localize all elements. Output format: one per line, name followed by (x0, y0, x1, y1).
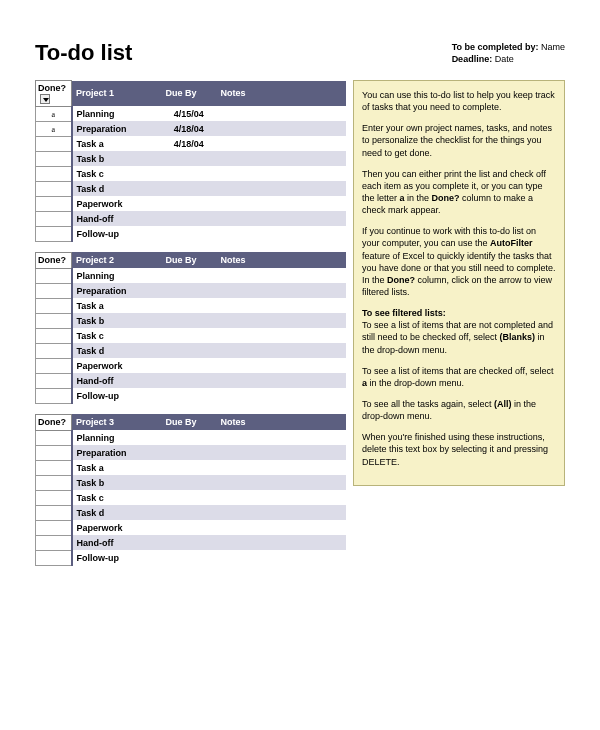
notes-cell[interactable] (217, 313, 347, 328)
done-cell[interactable] (36, 358, 72, 373)
notes-cell[interactable] (217, 166, 347, 181)
due-cell[interactable] (162, 475, 217, 490)
due-cell[interactable] (162, 211, 217, 226)
notes-cell[interactable] (217, 373, 347, 388)
due-cell[interactable] (162, 313, 217, 328)
notes-cell[interactable] (217, 460, 347, 475)
done-cell[interactable] (36, 520, 72, 535)
notes-cell[interactable] (217, 430, 347, 445)
due-cell[interactable] (162, 550, 217, 565)
task-cell[interactable]: Task d (72, 505, 162, 520)
notes-cell[interactable] (217, 283, 347, 298)
due-cell[interactable]: 4/15/04 (162, 106, 217, 121)
done-cell[interactable]: a (36, 106, 72, 121)
task-cell[interactable]: Preparation (72, 445, 162, 460)
due-cell[interactable]: 4/18/04 (162, 136, 217, 151)
task-cell[interactable]: Hand-off (72, 211, 162, 226)
notes-cell[interactable] (217, 211, 347, 226)
task-cell[interactable]: Task b (72, 475, 162, 490)
done-cell[interactable] (36, 298, 72, 313)
due-cell[interactable] (162, 358, 217, 373)
notes-cell[interactable] (217, 520, 347, 535)
done-cell[interactable] (36, 535, 72, 550)
due-cell[interactable] (162, 388, 217, 403)
due-cell[interactable] (162, 166, 217, 181)
done-cell[interactable] (36, 268, 72, 283)
notes-cell[interactable] (217, 226, 347, 241)
done-cell[interactable]: a (36, 121, 72, 136)
notes-cell[interactable] (217, 268, 347, 283)
instructions-box[interactable]: You can use this to-do list to help you … (353, 80, 565, 486)
task-cell[interactable]: Task c (72, 328, 162, 343)
task-cell[interactable]: Task b (72, 151, 162, 166)
notes-cell[interactable] (217, 106, 347, 121)
due-cell[interactable] (162, 343, 217, 358)
task-cell[interactable]: Task b (72, 313, 162, 328)
due-cell[interactable] (162, 328, 217, 343)
due-cell[interactable] (162, 535, 217, 550)
task-cell[interactable]: Task d (72, 343, 162, 358)
done-cell[interactable] (36, 166, 72, 181)
due-cell[interactable] (162, 181, 217, 196)
notes-cell[interactable] (217, 490, 347, 505)
task-cell[interactable]: Hand-off (72, 535, 162, 550)
task-cell[interactable]: Task a (72, 136, 162, 151)
notes-cell[interactable] (217, 445, 347, 460)
done-cell[interactable] (36, 490, 72, 505)
task-cell[interactable]: Task c (72, 166, 162, 181)
notes-cell[interactable] (217, 505, 347, 520)
task-cell[interactable]: Task d (72, 181, 162, 196)
due-cell[interactable] (162, 226, 217, 241)
task-cell[interactable]: Task c (72, 490, 162, 505)
task-cell[interactable]: Follow-up (72, 226, 162, 241)
notes-cell[interactable] (217, 388, 347, 403)
task-cell[interactable]: Paperwork (72, 196, 162, 211)
due-cell[interactable] (162, 283, 217, 298)
due-cell[interactable] (162, 298, 217, 313)
due-cell[interactable] (162, 196, 217, 211)
task-cell[interactable]: Preparation (72, 283, 162, 298)
task-cell[interactable]: Task a (72, 298, 162, 313)
done-cell[interactable] (36, 211, 72, 226)
done-cell[interactable] (36, 430, 72, 445)
task-cell[interactable]: Paperwork (72, 358, 162, 373)
notes-cell[interactable] (217, 358, 347, 373)
task-cell[interactable]: Follow-up (72, 550, 162, 565)
due-cell[interactable] (162, 373, 217, 388)
done-cell[interactable] (36, 313, 72, 328)
done-cell[interactable] (36, 475, 72, 490)
done-header[interactable]: Done? (36, 81, 72, 107)
done-cell[interactable] (36, 460, 72, 475)
filter-dropdown-icon[interactable] (40, 94, 50, 104)
done-cell[interactable] (36, 445, 72, 460)
done-cell[interactable] (36, 373, 72, 388)
task-cell[interactable]: Task a (72, 460, 162, 475)
task-cell[interactable]: Hand-off (72, 373, 162, 388)
notes-cell[interactable] (217, 550, 347, 565)
task-cell[interactable]: Planning (72, 430, 162, 445)
notes-cell[interactable] (217, 328, 347, 343)
task-cell[interactable]: Preparation (72, 121, 162, 136)
done-cell[interactable] (36, 550, 72, 565)
notes-cell[interactable] (217, 136, 347, 151)
task-cell[interactable]: Follow-up (72, 388, 162, 403)
task-cell[interactable]: Paperwork (72, 520, 162, 535)
notes-cell[interactable] (217, 196, 347, 211)
due-cell[interactable] (162, 445, 217, 460)
due-cell[interactable] (162, 490, 217, 505)
done-cell[interactable] (36, 136, 72, 151)
due-cell[interactable] (162, 505, 217, 520)
due-cell[interactable] (162, 430, 217, 445)
notes-cell[interactable] (217, 343, 347, 358)
notes-cell[interactable] (217, 151, 347, 166)
done-cell[interactable] (36, 328, 72, 343)
due-cell[interactable] (162, 520, 217, 535)
due-cell[interactable] (162, 268, 217, 283)
due-cell[interactable]: 4/18/04 (162, 121, 217, 136)
due-cell[interactable] (162, 151, 217, 166)
task-cell[interactable]: Planning (72, 106, 162, 121)
done-cell[interactable] (36, 505, 72, 520)
notes-cell[interactable] (217, 535, 347, 550)
done-cell[interactable] (36, 283, 72, 298)
notes-cell[interactable] (217, 475, 347, 490)
